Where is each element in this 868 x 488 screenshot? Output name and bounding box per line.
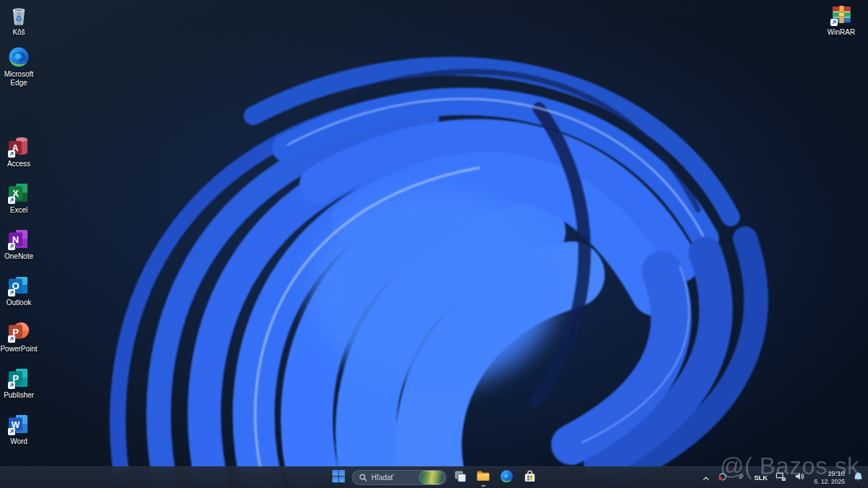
microsoft-store-button[interactable] [520, 468, 540, 487]
onenote-icon: N [7, 228, 30, 251]
time-label: 19:10 [827, 470, 845, 478]
hidden-icons-button[interactable] [701, 469, 711, 487]
outlook-icon: O [7, 274, 30, 297]
publisher-icon: P [7, 367, 30, 390]
edge-icon [7, 46, 30, 69]
sync-alert-icon [718, 471, 728, 484]
desktop-icon-label: WinRAR [827, 28, 855, 37]
desktop-icon-recycle-bin[interactable]: ♻ Kôš [0, 4, 40, 37]
desktop-icon-label: Access [7, 160, 30, 168]
tray-sync-status[interactable] [716, 469, 729, 487]
search-icon [359, 474, 367, 481]
desktop-icon-winrar[interactable]: WinRAR [820, 4, 862, 37]
ethernet-icon [775, 471, 786, 484]
edge-icon [499, 469, 514, 487]
svg-text:♻: ♻ [15, 14, 22, 23]
windows-desktop: ♻ Kôš Microsoft Edge [0, 0, 868, 488]
taskbar-center [329, 467, 540, 488]
task-view-button[interactable] [451, 468, 470, 487]
language-label: SLK [754, 474, 767, 481]
notifications-button[interactable] [852, 469, 864, 487]
wallpaper-bloom [0, 0, 868, 488]
taskbar-search[interactable] [352, 470, 447, 485]
slash-icon [736, 471, 746, 484]
desktop-icon-label: PowerPoint [0, 345, 37, 354]
task-view-icon [453, 469, 467, 487]
folder-icon [476, 468, 491, 487]
desktop-icon-word[interactable]: W Word [0, 413, 40, 446]
search-highlight-thumbnail[interactable] [420, 471, 445, 484]
desktop-icon-onenote[interactable]: N OneNote [0, 228, 40, 261]
system-tray: SLK [701, 467, 864, 488]
start-button[interactable] [329, 468, 349, 487]
windows-logo-icon [332, 469, 346, 486]
desktop-icon-label: Outlook [7, 299, 31, 307]
date-label: 6. 12. 2025 [814, 478, 845, 486]
desktop-icon-label: Word [10, 437, 27, 446]
desktop-icon-access[interactable]: A Access [0, 135, 40, 168]
running-indicator [481, 485, 485, 487]
taskbar: SLK [0, 466, 868, 488]
excel-icon: X [7, 181, 30, 205]
desktop-icon-label: OneNote [4, 252, 33, 261]
desktop-icon-label: Excel [10, 206, 27, 215]
desktop-icon-excel[interactable]: X Excel [0, 181, 40, 215]
edge-button[interactable] [497, 468, 516, 487]
speaker-icon [794, 471, 805, 484]
desktop-icon-label: Microsoft Edge [0, 70, 40, 87]
clock[interactable]: 19:10 6. 12. 2025 [812, 470, 847, 485]
winrar-icon [830, 4, 853, 27]
language-indicator[interactable]: SLK [752, 469, 769, 487]
desktop-icon-outlook[interactable]: O Outlook [0, 274, 40, 307]
desktop-icon-label: Kôš [12, 28, 25, 37]
volume-button[interactable] [793, 469, 807, 487]
desktop-icon-microsoft-edge[interactable]: Microsoft Edge [0, 46, 40, 87]
search-input[interactable] [372, 474, 415, 481]
chevron-up-icon [702, 471, 710, 484]
word-icon: W [7, 413, 30, 436]
tray-status[interactable] [734, 469, 747, 487]
access-icon: A [7, 135, 30, 158]
network-button[interactable] [774, 469, 788, 487]
notification-bell-icon [854, 471, 863, 484]
powerpoint-icon: P [7, 320, 30, 343]
desktop-icon-publisher[interactable]: P Publisher [0, 367, 40, 400]
desktop-icon-powerpoint[interactable]: P PowerPoint [0, 320, 40, 354]
file-explorer-button[interactable] [474, 468, 493, 487]
recycle-bin-icon: ♻ [7, 4, 30, 27]
store-bag-icon [522, 469, 537, 487]
desktop-icon-label: Publisher [4, 391, 34, 400]
